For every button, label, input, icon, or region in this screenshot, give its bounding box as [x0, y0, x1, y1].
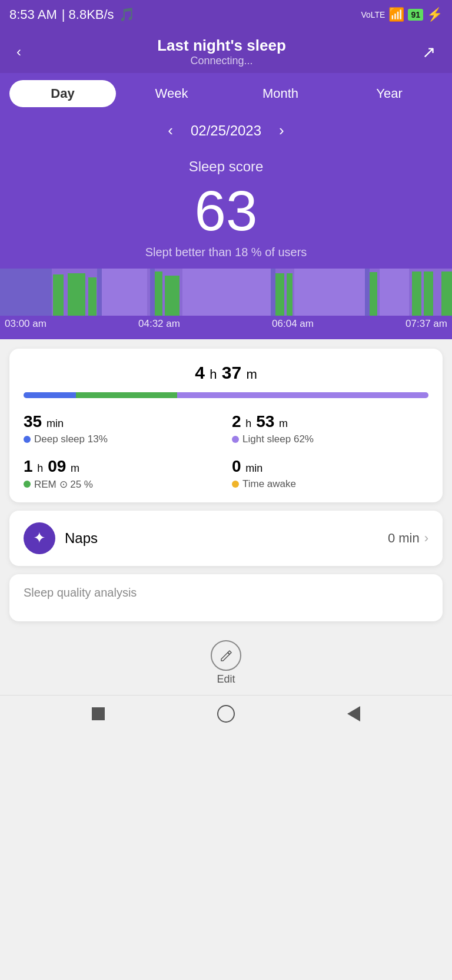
battery-icon: 91	[408, 9, 423, 21]
rem-sleep-stat: 1 h 09 m REM ⊙ 25 %	[24, 457, 220, 491]
nav-bar	[0, 695, 452, 732]
tab-month[interactable]: Month	[227, 80, 334, 107]
naps-value: 0 min	[388, 531, 420, 546]
edit-label: Edit	[217, 673, 235, 686]
status-left: 8:53 AM | 8.8KB/s 🎵	[9, 7, 135, 22]
light-sleep-value: 2 h 53 m	[232, 412, 428, 431]
svg-rect-12	[380, 269, 409, 316]
naps-icon: ✦	[24, 522, 55, 554]
minutes-unit: m	[247, 367, 257, 382]
chart-labels: 03:00 am 04:32 am 06:04 am 07:37 am	[0, 316, 452, 332]
status-right: VoLTE 📶 91 ⚡	[361, 7, 443, 22]
deep-sleep-value: 35 min	[24, 412, 220, 431]
naps-left: ✦ Naps	[24, 522, 98, 554]
connection-status: Connecting...	[157, 55, 286, 67]
svg-rect-18	[150, 269, 155, 316]
svg-rect-20	[365, 269, 370, 316]
rem-dot	[24, 481, 31, 488]
rem-sleep-value: 1 h 09 m	[24, 457, 220, 476]
svg-rect-13	[412, 272, 421, 316]
sleep-score-label: Sleep score	[12, 158, 440, 175]
sleep-chart-container: 03:00 am 04:32 am 06:04 am 07:37 am	[0, 269, 452, 339]
header: ‹ Last night's sleep Connecting... ↗	[0, 29, 452, 73]
charging-icon: ⚡	[427, 7, 443, 22]
date-nav: ‹ 02/25/2023 ›	[0, 114, 452, 147]
naps-right: 0 min ›	[388, 531, 428, 546]
prev-date-button[interactable]: ‹	[168, 121, 173, 140]
hours-unit: h	[210, 367, 217, 382]
total-sleep: 4 h 37 m	[24, 363, 428, 383]
rem-sleep-bar	[76, 392, 177, 398]
awake-label: Time awake	[232, 478, 428, 490]
tab-bar: Day Week Month Year	[0, 73, 452, 114]
edit-button[interactable]: Edit	[211, 640, 241, 686]
svg-rect-15	[441, 272, 452, 316]
naps-label: Naps	[65, 530, 98, 547]
volte-icon: VoLTE	[361, 10, 385, 19]
svg-rect-16	[0, 269, 52, 316]
svg-rect-6	[165, 276, 180, 316]
sleep-score-value: 63	[12, 180, 440, 242]
awake-stat: 0 min Time awake	[232, 457, 428, 491]
sleep-score-subtitle: Slept better than 18 % of users	[12, 246, 440, 269]
chevron-right-icon: ›	[424, 531, 428, 546]
tab-day[interactable]: Day	[9, 80, 116, 107]
total-minutes: 37	[222, 363, 241, 382]
sleep-score-section: Sleep score 63 Slept better than 18 % of…	[0, 147, 452, 269]
svg-rect-3	[88, 277, 97, 316]
status-network: | 8.8KB/s	[62, 7, 114, 22]
tab-year[interactable]: Year	[336, 80, 443, 107]
nav-square-button[interactable]	[92, 707, 105, 720]
chart-label-0: 03:00 am	[5, 318, 46, 330]
svg-rect-1	[53, 274, 64, 316]
edit-icon	[211, 640, 241, 671]
chart-label-1: 04:32 am	[138, 318, 180, 330]
total-hours: 4	[195, 363, 205, 382]
deep-sleep-stat: 35 min Deep sleep 13%	[24, 412, 220, 445]
svg-rect-4	[100, 269, 147, 316]
analysis-card: Sleep quality analysis	[9, 574, 443, 621]
stats-card: 4 h 37 m 35 min Deep sleep 13%	[9, 349, 443, 502]
svg-rect-19	[271, 269, 275, 316]
light-dot	[232, 436, 239, 443]
sleep-chart-svg	[0, 269, 452, 316]
tab-week[interactable]: Week	[118, 80, 225, 107]
deep-sleep-label: Deep sleep 13%	[24, 433, 220, 445]
header-center: Last night's sleep Connecting...	[157, 37, 286, 67]
light-sleep-stat: 2 h 53 m Light sleep 62%	[232, 412, 428, 445]
svg-rect-17	[97, 269, 102, 316]
nav-back-button[interactable]	[347, 706, 360, 721]
status-bar: 8:53 AM | 8.8KB/s 🎵 VoLTE 📶 91 ⚡	[0, 0, 452, 29]
edit-pencil-icon	[220, 649, 232, 662]
svg-rect-10	[294, 269, 365, 316]
export-button[interactable]: ↗	[417, 38, 440, 67]
awake-value: 0 min	[232, 457, 428, 476]
sleep-progress-bar	[24, 392, 428, 398]
chart-label-3: 07:37 am	[406, 318, 447, 330]
status-music-icon: 🎵	[119, 7, 135, 22]
back-button[interactable]: ‹	[12, 39, 26, 65]
chart-label-2: 06:04 am	[272, 318, 314, 330]
svg-rect-14	[424, 272, 433, 316]
white-section: 4 h 37 m 35 min Deep sleep 13%	[0, 339, 452, 631]
rem-sleep-label: REM ⊙ 25 %	[24, 478, 220, 491]
svg-rect-9	[287, 273, 293, 316]
naps-card[interactable]: ✦ Naps 0 min ›	[9, 511, 443, 566]
deep-sleep-bar	[24, 392, 76, 398]
sleep-stats-grid: 35 min Deep sleep 13% 2 h 53 m L	[24, 412, 428, 491]
page-title: Last night's sleep	[157, 37, 286, 55]
svg-rect-7	[182, 269, 271, 316]
next-date-button[interactable]: ›	[279, 121, 284, 140]
light-sleep-label: Light sleep 62%	[232, 433, 428, 445]
edit-bar: Edit	[0, 631, 452, 695]
status-time: 8:53 AM	[9, 7, 57, 22]
nav-home-button[interactable]	[217, 705, 235, 723]
signal-icon: 📶	[388, 7, 404, 22]
deep-dot	[24, 436, 31, 443]
svg-rect-2	[68, 273, 85, 316]
analysis-title: Sleep quality analysis	[24, 586, 428, 600]
current-date: 02/25/2023	[191, 122, 261, 139]
light-sleep-bar	[177, 392, 428, 398]
awake-dot	[232, 481, 239, 488]
